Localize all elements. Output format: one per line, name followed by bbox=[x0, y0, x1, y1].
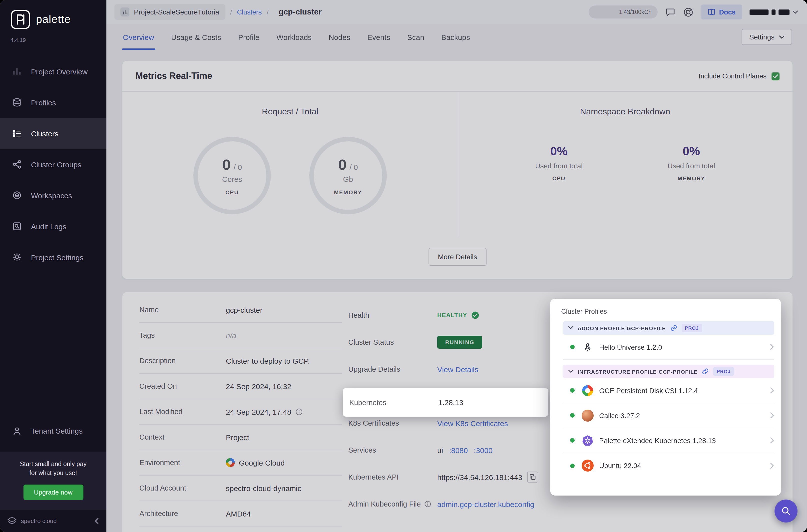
user-menu[interactable] bbox=[750, 9, 798, 15]
namespace-memory-percent: 0% bbox=[649, 144, 734, 158]
cluster-profiles-panel: Cluster Profiles ADDON PROFILE GCP-PROFI… bbox=[550, 299, 781, 496]
tab-events[interactable]: Events bbox=[367, 24, 390, 50]
detail-value: Project bbox=[226, 433, 249, 441]
detail-value: 24 Sep 2024, 16:32 bbox=[226, 382, 291, 391]
detail-row-environment: Environment Google Cloud bbox=[139, 450, 342, 476]
more-details-button[interactable]: More Details bbox=[428, 248, 486, 266]
detail-label: Services bbox=[348, 446, 437, 454]
kubernetes-version-spotlight: Kubernetes 1.28.13 bbox=[343, 388, 548, 417]
user-name-redacted bbox=[750, 9, 769, 15]
google-cloud-icon bbox=[226, 458, 235, 467]
admin-kubeconfig-link[interactable]: admin.gcp-cluster.kubeconfig bbox=[437, 500, 534, 508]
include-control-planes-label: Include Control Planes bbox=[698, 72, 767, 80]
brand-block: palette 4.4.19 bbox=[0, 0, 107, 43]
sidebar-item-workspaces[interactable]: Workspaces bbox=[0, 180, 107, 211]
cluster-tabs: Overview Usage & Costs Profile Workloads… bbox=[107, 24, 807, 50]
cpu-gauge-value: 0 bbox=[222, 156, 231, 173]
metrics-card-body: Request / Total 0 / 0 Cores CPU 0 / 0 bbox=[123, 92, 792, 279]
profile-item-palette-extended-kubernetes[interactable]: Palette eXtended Kubernetes 1.28.13 bbox=[563, 428, 774, 453]
profile-pack-name: GCE Persistent Disk CSI 1.12.4 bbox=[599, 386, 770, 394]
tab-profile[interactable]: Profile bbox=[238, 24, 259, 50]
status-dot-green bbox=[570, 463, 575, 468]
sidebar-item-project-settings[interactable]: Project Settings bbox=[0, 242, 107, 273]
kubernetes-version-value: 1.28.13 bbox=[438, 398, 463, 406]
sidebar-item-label: Profiles bbox=[31, 98, 56, 107]
book-icon bbox=[708, 8, 716, 16]
rocket-icon bbox=[582, 341, 594, 353]
info-icon[interactable] bbox=[295, 408, 303, 415]
sidebar-footer: spectro cloud bbox=[0, 509, 107, 532]
search-icon bbox=[781, 506, 791, 516]
gce-disk-icon bbox=[582, 385, 593, 396]
service-port-3000-link[interactable]: :3000 bbox=[474, 446, 492, 454]
view-details-link[interactable]: View Details bbox=[437, 365, 478, 374]
profile-item-calico[interactable]: Calico 3.27.2 bbox=[563, 403, 774, 428]
include-control-planes-checkbox[interactable] bbox=[771, 72, 780, 80]
namespace-memory-caption: Used from total bbox=[649, 162, 734, 170]
addon-profile-label: ADDON PROFILE GCP-PROFILE bbox=[578, 325, 666, 331]
breadcrumb-clusters-link[interactable]: Clusters bbox=[237, 8, 262, 16]
addon-profile-group-header[interactable]: ADDON PROFILE GCP-PROFILE PROJ bbox=[563, 321, 774, 335]
detail-label: Description bbox=[139, 357, 226, 365]
calico-icon bbox=[582, 410, 594, 421]
detail-label: Cluster Status bbox=[348, 338, 437, 346]
info-icon[interactable] bbox=[424, 500, 431, 508]
infrastructure-profile-group-header[interactable]: INFRASTRUCTURE PROFILE GCP-PROFILE PROJ bbox=[563, 365, 774, 378]
sidebar-item-clusters[interactable]: Clusters bbox=[0, 118, 107, 149]
upgrade-now-button[interactable]: Upgrade now bbox=[23, 484, 83, 500]
sidebar-item-audit-logs[interactable]: Audit Logs bbox=[0, 211, 107, 242]
tab-workloads[interactable]: Workloads bbox=[276, 24, 312, 50]
profile-pack-name: Calico 3.27.2 bbox=[599, 411, 770, 419]
detail-row-name: Name gcp-cluster bbox=[139, 297, 342, 323]
tab-overview[interactable]: Overview bbox=[123, 24, 154, 50]
tab-usage-costs[interactable]: Usage & Costs bbox=[171, 24, 221, 50]
running-status-badge: RUNNING bbox=[437, 336, 483, 349]
service-port-8080-link[interactable]: :8080 bbox=[449, 446, 468, 454]
details-left-column: Name gcp-cluster Tags n/a Description Cl… bbox=[139, 297, 342, 527]
sidebar-item-label: Project Settings bbox=[31, 253, 83, 262]
sidebar-item-profiles[interactable]: Profiles bbox=[0, 87, 107, 118]
project-selector[interactable]: Project-ScaleSecureTutoria bbox=[114, 4, 225, 20]
copy-api-url-button[interactable] bbox=[527, 472, 538, 482]
sidebar-item-project-overview[interactable]: Project Overview bbox=[0, 56, 107, 87]
tab-backups[interactable]: Backups bbox=[441, 24, 470, 50]
sidebar-item-tenant-settings[interactable]: Tenant Settings bbox=[0, 416, 107, 446]
chevron-down-icon bbox=[568, 370, 573, 373]
view-k8s-certificates-link[interactable]: View K8s Certificates bbox=[437, 419, 508, 428]
usage-quota-pill: 1.43/100kCh bbox=[589, 5, 658, 18]
sidebar-item-label: Project Overview bbox=[31, 67, 88, 76]
profile-item-ubuntu[interactable]: Ubuntu 22.04 bbox=[563, 453, 774, 478]
sidebar-item-cluster-groups[interactable]: Cluster Groups bbox=[0, 149, 107, 180]
cluster-groups-icon bbox=[12, 159, 22, 169]
cpu-gauge-total: / 0 bbox=[233, 163, 242, 171]
cluster-profiles-title: Cluster Profiles bbox=[550, 299, 781, 321]
docs-button[interactable]: Docs bbox=[701, 4, 742, 19]
chevron-right-icon bbox=[770, 462, 774, 469]
help-icon[interactable] bbox=[683, 7, 694, 17]
check-icon bbox=[773, 74, 778, 78]
sidebar: palette 4.4.19 Project Overview Profiles… bbox=[0, 0, 107, 532]
chevron-right-icon bbox=[770, 387, 774, 394]
detail-label: Environment bbox=[139, 459, 226, 467]
memory-gauge-total: / 0 bbox=[350, 163, 358, 171]
status-dot-green bbox=[570, 413, 575, 418]
status-dot-green bbox=[570, 388, 575, 393]
floating-search-button[interactable] bbox=[774, 499, 797, 522]
profile-item-hello-universe[interactable]: Hello Universe 1.2.0 bbox=[563, 335, 774, 360]
tab-nodes[interactable]: Nodes bbox=[329, 24, 350, 50]
detail-label: K8s Certificates bbox=[348, 419, 437, 427]
include-control-planes-toggle[interactable]: Include Control Planes bbox=[698, 72, 780, 80]
sidebar-item-label: Tenant Settings bbox=[31, 427, 83, 435]
chevron-right-icon bbox=[770, 412, 774, 419]
metrics-realtime-card: Metrics Real-Time Include Control Planes… bbox=[123, 61, 792, 279]
collapse-sidebar-icon[interactable] bbox=[94, 518, 99, 524]
chat-icon[interactable] bbox=[665, 7, 676, 17]
tab-scan[interactable]: Scan bbox=[407, 24, 424, 50]
audit-logs-icon bbox=[12, 221, 22, 231]
promo-line2: for what you use! bbox=[7, 469, 99, 478]
sidebar-item-label: Audit Logs bbox=[31, 222, 67, 230]
detail-row-cloud-account: Cloud Account spectro-cloud-dynamic bbox=[139, 476, 342, 501]
settings-button[interactable]: Settings bbox=[742, 29, 792, 45]
profile-item-gce-persistent-disk[interactable]: GCE Persistent Disk CSI 1.12.4 bbox=[563, 378, 774, 403]
detail-label: Tags bbox=[139, 331, 226, 339]
